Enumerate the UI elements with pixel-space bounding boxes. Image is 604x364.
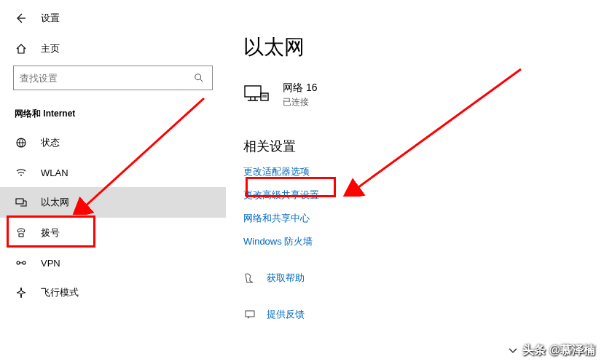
feedback-label: 提供反馈 — [267, 308, 305, 321]
sidebar: 设置 主页 网络和 Internet 状态 WLAN — [0, 0, 226, 364]
connection-name: 网络 16 — [283, 82, 317, 95]
arrow-left-icon — [15, 12, 26, 24]
get-help-label: 获取帮助 — [267, 272, 305, 285]
svg-point-0 — [195, 74, 201, 80]
svg-point-5 — [23, 261, 26, 264]
search-icon — [192, 73, 206, 83]
svg-rect-11 — [507, 345, 519, 357]
wifi-icon — [15, 167, 28, 178]
sidebar-item-status[interactable]: 状态 — [0, 127, 226, 158]
back-button[interactable] — [15, 12, 26, 24]
svg-rect-2 — [16, 199, 23, 204]
sidebar-item-label: WLAN — [41, 167, 68, 178]
home-icon — [15, 43, 28, 55]
sidebar-item-label: 飞行模式 — [41, 286, 79, 299]
airplane-icon — [15, 287, 28, 298]
home-button[interactable]: 主页 — [0, 35, 226, 63]
sidebar-item-ethernet[interactable]: 以太网 — [0, 187, 226, 218]
page-title: 以太网 — [243, 33, 587, 61]
get-help-link[interactable]: 获取帮助 — [243, 272, 587, 285]
link-adapter-options[interactable]: 更改适配器选项 — [243, 165, 587, 178]
sidebar-item-label: 拨号 — [41, 226, 60, 240]
sidebar-item-label: 以太网 — [41, 196, 69, 209]
search-input-wrap[interactable] — [13, 66, 213, 90]
sidebar-item-airplane[interactable]: 飞行模式 — [0, 277, 226, 308]
vpn-icon — [15, 257, 28, 269]
link-firewall[interactable]: Windows 防火墙 — [243, 235, 587, 248]
ethernet-connection-icon — [243, 84, 270, 106]
sidebar-item-wlan[interactable]: WLAN — [0, 158, 226, 187]
category-label: 网络和 Internet — [0, 98, 226, 127]
connection-status: 已连接 — [283, 96, 317, 108]
sidebar-item-label: VPN — [41, 258, 60, 269]
watermark-icon — [506, 344, 519, 357]
link-sharing-settings[interactable]: 更改高级共享设置 — [243, 189, 587, 202]
watermark-text: 头条 @慕泽楠 — [522, 343, 595, 358]
link-network-center[interactable]: 网络和共享中心 — [243, 212, 587, 225]
svg-rect-8 — [246, 311, 254, 317]
app-title: 设置 — [41, 12, 60, 25]
sidebar-item-label: 状态 — [41, 136, 60, 149]
svg-point-4 — [17, 261, 20, 264]
main-content: 以太网 网络 16 已连接 相关设置 更改适配器选项 更改高级共享设置 网络和共… — [226, 0, 604, 364]
connection-row[interactable]: 网络 16 已连接 — [243, 82, 587, 108]
feedback-link[interactable]: 提供反馈 — [243, 308, 587, 321]
related-settings-label: 相关设置 — [243, 138, 587, 155]
globe-icon — [15, 137, 28, 149]
home-label: 主页 — [41, 42, 60, 55]
dialup-icon — [15, 227, 28, 239]
search-input[interactable] — [20, 73, 192, 84]
svg-rect-3 — [19, 234, 23, 237]
svg-rect-6 — [245, 86, 261, 97]
sidebar-item-dialup[interactable]: 拨号 — [0, 218, 226, 248]
feedback-icon — [243, 309, 256, 320]
help-icon — [243, 272, 256, 284]
ethernet-icon — [15, 197, 28, 208]
sidebar-item-vpn[interactable]: VPN — [0, 248, 226, 277]
watermark: 头条 @慕泽楠 — [506, 343, 595, 358]
